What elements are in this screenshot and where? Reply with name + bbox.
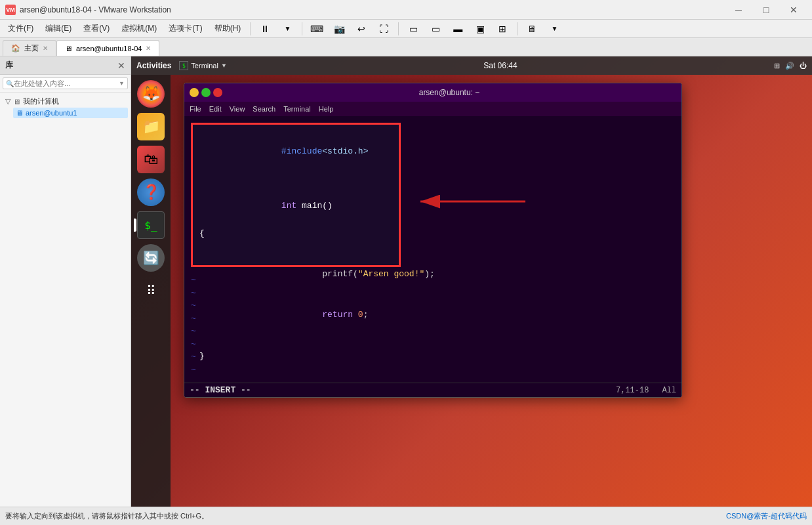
vm-area[interactable]: Activities $ Terminal ▼ Sat 06:44 — [131, 56, 812, 507]
arrow-indicator — [407, 182, 538, 221]
vmware-status-bar: 要将输入定向到该虚拟机，请将鼠标指针移入其中或按 Ctrl+G。 CSDN@索苦… — [0, 507, 812, 525]
menu-help[interactable]: 帮助(H) — [209, 21, 247, 36]
code-line-2 — [199, 172, 392, 186]
tree-item-mycomputer[interactable]: ▽ 🖥 我的计算机 — [3, 95, 128, 108]
dock-help[interactable]: ❓ — [137, 178, 165, 206]
main-area: 库 ✕ 🔍 ▼ ▽ 🖥 我的计算机 🖥 arsen@ubuntu1 — [0, 56, 812, 507]
tab-vm[interactable]: 🖥 arsen@ubuntu18-04 ✕ — [56, 40, 159, 56]
ubuntu-dock: 🦊 📁 🛍 ❓ $_ 🔄 — [131, 75, 171, 507]
screen3-button[interactable]: ▬ — [447, 19, 468, 39]
status-watermark: CSDN@索苦-超代码代码 — [726, 511, 807, 521]
minimize-button[interactable]: ─ — [725, 1, 752, 19]
tab-home[interactable]: 🏠 主页 ✕ — [3, 40, 56, 56]
activities-button[interactable]: Activities — [136, 61, 171, 70]
display-dropdown[interactable]: ▼ — [544, 19, 565, 39]
code-line-1: #include<stdio.h> — [199, 131, 392, 172]
display-button[interactable]: 🖥 — [521, 19, 542, 39]
screen5-button[interactable]: ⊞ — [492, 19, 513, 39]
code-editor-overlay: #include<stdio.h> int main() { printf("A… — [191, 123, 401, 267]
home-tab-close[interactable]: ✕ — [43, 45, 48, 52]
term-minimize-button[interactable] — [190, 88, 199, 97]
printf-string: "Arsen good!" — [358, 269, 424, 279]
vim-all-text: All — [662, 386, 676, 395]
menu-vm[interactable]: 虚拟机(M) — [116, 21, 162, 36]
vm-tab-icon: 🖥 — [65, 45, 72, 52]
title-bar-left: VM arsen@ubuntu18-04 - VMware Workstatio… — [5, 5, 171, 15]
code-line-9: } — [199, 350, 392, 364]
menu-file[interactable]: 文件(F) — [3, 21, 39, 36]
sound-icon[interactable]: 🔊 — [785, 62, 794, 70]
menu-view[interactable]: 查看(V) — [78, 21, 115, 36]
term-menu-terminal[interactable]: Terminal — [283, 105, 311, 113]
pause-button[interactable]: ⏸ — [254, 19, 275, 39]
dock-updater[interactable]: 🔄 — [137, 244, 165, 272]
tree-item-vm[interactable]: 🖥 arsen@ubuntu1 — [13, 108, 128, 118]
title-bar: VM arsen@ubuntu18-04 - VMware Workstatio… — [0, 0, 812, 20]
term-close-button[interactable] — [213, 88, 222, 97]
screen1-button[interactable]: ▭ — [403, 19, 424, 39]
term-maximize-button[interactable] — [201, 88, 211, 97]
maximize-button[interactable]: □ — [753, 1, 779, 19]
dock-files[interactable]: 📁 — [137, 113, 165, 140]
menu-tabs[interactable]: 选项卡(T) — [163, 21, 207, 36]
code-line-6: printf("Arsen good!"); — [199, 254, 392, 295]
sidebar-search-inner: 🔍 ▼ — [3, 77, 128, 89]
pause-dropdown[interactable]: ▼ — [277, 19, 298, 39]
tab-bar: 🏠 主页 ✕ 🖥 arsen@ubuntu18-04 ✕ — [0, 38, 812, 56]
vm-icon: 🖥 — [16, 109, 23, 117]
dock-software[interactable]: 🛍 — [137, 146, 165, 173]
panel-right: ⊞ 🔊 ⏻ — [774, 62, 807, 70]
ubuntu-panel: Activities $ Terminal ▼ Sat 06:44 — [131, 56, 812, 75]
screen4-button[interactable]: ▣ — [470, 19, 491, 39]
term-menu-help[interactable]: Help — [319, 105, 334, 113]
home-tab-icon: 🏠 — [11, 44, 20, 52]
menu-edit[interactable]: 编辑(E) — [40, 21, 77, 36]
terminal-panel-label: Terminal — [191, 62, 218, 70]
search-dropdown-icon[interactable]: ▼ — [119, 80, 125, 87]
vmware-window: VM arsen@ubuntu18-04 - VMware Workstatio… — [0, 0, 812, 525]
terminal-content: #include<stdio.h> int main() { printf("A… — [184, 116, 681, 397]
window-title: arsen@ubuntu18-04 - VMware Workstation — [20, 5, 171, 14]
terminal-window[interactable]: arsen@ubuntu: ~ File Edit View Search Te… — [184, 83, 682, 398]
ubuntu-desktop[interactable]: Activities $ Terminal ▼ Sat 06:44 — [131, 56, 812, 507]
panel-terminal[interactable]: $ Terminal ▼ — [179, 61, 227, 70]
int-keyword: int — [281, 201, 302, 211]
code-line-7: return 0; — [199, 295, 392, 336]
code-line-5 — [199, 240, 392, 254]
terminal-menu: File Edit View Search Terminal Help — [184, 102, 681, 116]
sidebar: 库 ✕ 🔍 ▼ ▽ 🖥 我的计算机 🖥 arsen@ubuntu1 — [0, 56, 131, 507]
send-ctrlaltdel-button[interactable]: ⌨ — [306, 19, 327, 39]
terminal-titlebar: arsen@ubuntu: ~ — [184, 83, 681, 102]
snapshot-button[interactable]: 📷 — [329, 19, 350, 39]
screen2-button[interactable]: ▭ — [425, 19, 446, 39]
vim-insert-mode: -- INSERT -- — [190, 385, 251, 395]
fullscreen-button[interactable]: ⛶ — [373, 19, 394, 39]
sidebar-header: 库 ✕ — [0, 56, 131, 75]
network-icon[interactable]: ⊞ — [774, 62, 780, 70]
code-line-8 — [199, 336, 392, 350]
menu-separator-2 — [302, 22, 302, 35]
return-keyword: return — [322, 310, 358, 320]
power-icon[interactable]: ⏻ — [800, 62, 807, 70]
dock-firefox[interactable]: 🦊 — [137, 80, 165, 108]
menu-separator-3 — [398, 22, 399, 35]
vmware-icon: VM — [5, 5, 16, 15]
revert-button[interactable]: ↩ — [351, 19, 372, 39]
panel-left: Activities $ Terminal ▼ — [136, 61, 227, 70]
terminal-panel-arrow: ▼ — [221, 62, 227, 69]
panel-datetime[interactable]: Sat 06:44 — [483, 61, 517, 70]
term-menu-search[interactable]: Search — [253, 105, 275, 113]
close-button[interactable]: ✕ — [781, 1, 807, 19]
dock-apps[interactable]: ⠿ — [137, 277, 165, 304]
sidebar-close-button[interactable]: ✕ — [117, 60, 125, 71]
main-function: main() — [302, 201, 333, 211]
term-menu-view[interactable]: View — [230, 105, 245, 113]
search-input[interactable] — [14, 79, 119, 87]
dock-terminal[interactable]: $_ — [137, 211, 165, 239]
term-menu-edit[interactable]: Edit — [209, 105, 222, 113]
vm-tab-label: arsen@ubuntu18-04 — [76, 45, 142, 52]
sidebar-title: 库 — [5, 60, 13, 71]
vim-pos-text: 7,11-18 — [616, 386, 649, 395]
term-menu-file[interactable]: File — [190, 105, 201, 113]
vm-tab-close[interactable]: ✕ — [146, 45, 151, 52]
